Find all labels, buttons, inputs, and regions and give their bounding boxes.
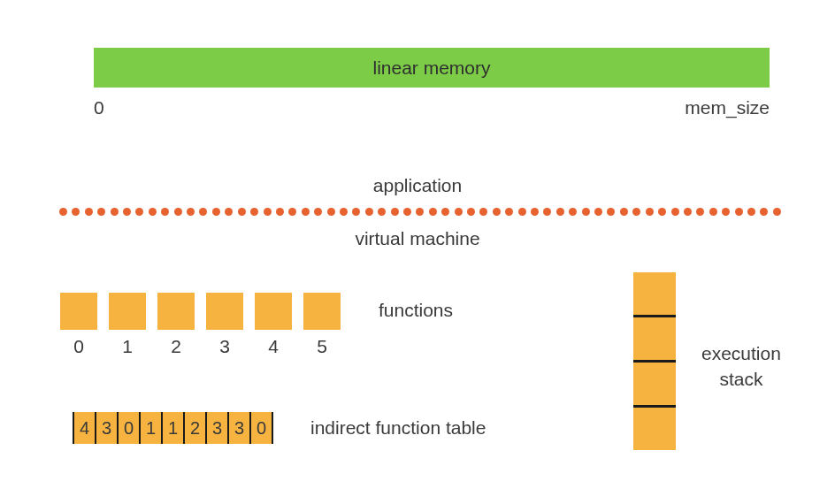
divider-dot	[314, 208, 322, 216]
function-block	[206, 293, 243, 330]
divider-dot	[582, 208, 590, 216]
divider-dot	[594, 208, 602, 216]
ift-cell: 3	[207, 412, 229, 444]
divider-dot	[747, 208, 755, 216]
divider-dot	[302, 208, 310, 216]
execution-stack-label-line1: execution	[701, 343, 781, 363]
divider-dot	[327, 208, 335, 216]
functions-indices: 012345	[60, 336, 341, 357]
divider-dot	[276, 208, 284, 216]
ift-cell: 3	[229, 412, 251, 444]
ift-cell: 3	[96, 412, 119, 444]
divider-dot	[352, 208, 360, 216]
memory-end-label: mem_size	[685, 97, 770, 118]
divider-dot	[97, 208, 105, 216]
divider-dot	[735, 208, 743, 216]
divider-dot	[161, 208, 169, 216]
divider-dot	[340, 208, 348, 216]
function-index: 3	[206, 336, 243, 357]
divider-dot	[123, 208, 131, 216]
divider-dot	[85, 208, 93, 216]
indirect-function-table: 430112330	[73, 412, 273, 444]
divider-dot	[760, 208, 768, 216]
divider-dot	[391, 208, 399, 216]
divider-dot	[111, 208, 119, 216]
ift-cell: 0	[251, 412, 273, 444]
function-index: 0	[60, 336, 97, 357]
divider-dot	[671, 208, 679, 216]
divider-dotted-line	[59, 206, 781, 217]
function-block	[109, 293, 146, 330]
functions-row	[60, 293, 341, 330]
divider-dot	[696, 208, 704, 216]
divider-dot	[212, 208, 220, 216]
stack-cell	[633, 317, 676, 360]
divider-dot	[135, 208, 143, 216]
ift-cell: 0	[119, 412, 141, 444]
divider-dot	[288, 208, 296, 216]
divider-dot	[441, 208, 449, 216]
divider-dot	[531, 208, 539, 216]
divider-dot	[646, 208, 654, 216]
divider-dot	[722, 208, 730, 216]
divider-dot	[455, 208, 463, 216]
divider-dot	[365, 208, 373, 216]
ift-cell: 1	[141, 412, 163, 444]
function-block	[157, 293, 195, 330]
divider-dot	[620, 208, 628, 216]
divider-dot	[403, 208, 411, 216]
divider-dot	[607, 208, 615, 216]
divider-dot	[684, 208, 692, 216]
ift-cell: 2	[185, 412, 207, 444]
execution-stack-label-line2: stack	[719, 369, 762, 389]
divider-dot	[225, 208, 233, 216]
divider-dot	[556, 208, 564, 216]
function-block	[255, 293, 292, 330]
divider-dot	[187, 208, 195, 216]
divider-dot	[773, 208, 781, 216]
function-index: 1	[109, 336, 146, 357]
divider-dot	[378, 208, 386, 216]
divider-dot	[250, 208, 258, 216]
divider-dot	[493, 208, 501, 216]
linear-memory-label: linear memory	[372, 57, 490, 79]
divider-dot	[569, 208, 577, 216]
stack-cell	[633, 272, 676, 315]
function-index: 5	[303, 336, 341, 357]
divider-dot	[505, 208, 513, 216]
function-block	[60, 293, 97, 330]
divider-dot	[264, 208, 272, 216]
function-index: 2	[157, 336, 195, 357]
stack-cell	[633, 363, 676, 405]
divider-dot	[149, 208, 157, 216]
divider-dot	[72, 208, 80, 216]
ift-cell: 1	[163, 412, 185, 444]
stack-cell	[633, 408, 676, 450]
divider-dot	[429, 208, 437, 216]
divider-dot	[59, 208, 67, 216]
divider-dot	[199, 208, 207, 216]
divider-dot	[518, 208, 526, 216]
indirect-function-table-label: indirect function table	[310, 417, 486, 439]
divider-dot	[658, 208, 666, 216]
divider-dot	[479, 208, 487, 216]
divider-dot	[416, 208, 424, 216]
divider-dot	[174, 208, 182, 216]
divider-dot	[632, 208, 640, 216]
memory-start-label: 0	[94, 97, 104, 118]
divider-dot	[238, 208, 246, 216]
application-label: application	[0, 175, 835, 196]
divider-dot	[543, 208, 551, 216]
function-block	[303, 293, 341, 330]
functions-label: functions	[379, 300, 453, 321]
divider-dot	[709, 208, 717, 216]
ift-cell: 4	[74, 412, 96, 444]
divider-dot	[467, 208, 475, 216]
execution-stack-label: execution stack	[701, 340, 781, 393]
virtual-machine-label: virtual machine	[0, 228, 835, 249]
execution-stack	[633, 272, 676, 450]
function-index: 4	[255, 336, 292, 357]
linear-memory-bar: linear memory	[94, 48, 770, 88]
